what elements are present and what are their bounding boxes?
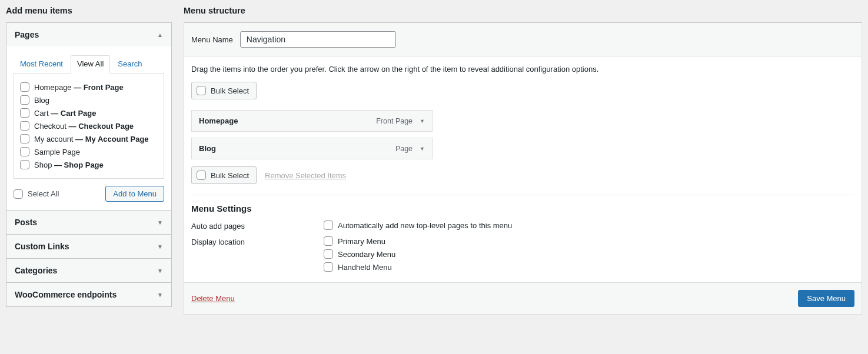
page-item-title: Shop	[34, 161, 52, 169]
separator	[191, 195, 854, 195]
list-item[interactable]: Sample Page	[20, 145, 158, 158]
menu-item-type: Front Page	[376, 117, 413, 125]
menu-item[interactable]: Homepage Front Page ▼	[191, 110, 433, 132]
bulk-select-bottom[interactable]: Bulk Select	[191, 166, 257, 184]
bulk-select-top[interactable]: Bulk Select	[191, 82, 257, 99]
menu-structure-panel: Menu Name Drag the items into the order …	[184, 22, 862, 315]
page-item-suffix: — Cart Page	[49, 109, 97, 118]
checkbox[interactable]	[324, 249, 333, 259]
accordion-head-posts[interactable]: Posts ▼	[6, 211, 171, 234]
checkbox[interactable]	[20, 108, 29, 118]
delete-menu-link[interactable]: Delete Menu	[191, 294, 235, 303]
menu-name-input[interactable]	[240, 31, 396, 48]
menu-item-title: Blog	[199, 144, 216, 153]
page-item-suffix: — Front Page	[72, 83, 124, 92]
tab-search[interactable]: Search	[111, 55, 148, 74]
list-item[interactable]: My account — My Account Page	[20, 132, 158, 145]
checkbox[interactable]	[324, 221, 333, 230]
chevron-up-icon: ▲	[157, 32, 163, 38]
location-option[interactable]: Handheld Menu	[324, 262, 395, 272]
location-option-label: Primary Menu	[338, 237, 385, 246]
checkbox[interactable]	[324, 262, 333, 272]
list-item[interactable]: Shop — Shop Page	[20, 158, 158, 171]
remove-selected-link: Remove Selected Items	[265, 171, 346, 180]
pages-list: Homepage — Front Page Blog Cart — Cart P…	[14, 74, 164, 179]
accordion-head-woocommerce-endpoints[interactable]: WooCommerce endpoints ▼	[6, 283, 171, 306]
chevron-down-icon: ▼	[157, 243, 163, 250]
checkbox[interactable]	[324, 236, 333, 246]
menu-body: Drag the items into the order you prefer…	[184, 56, 862, 282]
checkbox[interactable]	[20, 82, 29, 92]
chevron-down-icon: ▼	[157, 292, 163, 298]
display-location-label: Display location	[191, 236, 324, 246]
tab-most-recent[interactable]: Most Recent	[14, 55, 69, 74]
checkbox[interactable]	[20, 160, 29, 169]
location-option[interactable]: Primary Menu	[324, 236, 395, 246]
checkbox[interactable]	[197, 171, 206, 180]
page-item-title: Homepage	[34, 83, 72, 92]
auto-add-pages-label: Auto add pages	[191, 221, 324, 231]
page-item-suffix: — Shop Page	[52, 161, 103, 169]
accordion-body-pages: Most Recent View All Search Homepage — F…	[6, 46, 171, 210]
menu-items-list: Homepage Front Page ▼ Blog Page ▼	[191, 110, 433, 159]
accordion-title-posts: Posts	[15, 218, 37, 227]
accordion-title-woocommerce-endpoints: WooCommerce endpoints	[15, 290, 117, 299]
page-item-title: My account	[34, 135, 73, 143]
checkbox[interactable]	[197, 86, 206, 95]
list-item[interactable]: Blog	[20, 93, 158, 106]
accordion-panel-woocommerce-endpoints: WooCommerce endpoints ▼	[6, 282, 172, 307]
location-option-label: Handheld Menu	[338, 263, 392, 272]
checkbox[interactable]	[20, 147, 29, 156]
accordion-panel-posts: Posts ▼	[6, 210, 172, 235]
accordion-title-custom-links: Custom Links	[15, 242, 69, 251]
menu-item[interactable]: Blog Page ▼	[191, 138, 433, 159]
menu-item-title: Homepage	[199, 116, 238, 125]
chevron-down-icon[interactable]: ▼	[420, 146, 425, 152]
checkbox[interactable]	[20, 95, 29, 105]
list-item[interactable]: Cart — Cart Page	[20, 106, 158, 119]
menu-footer: Delete Menu Save Menu	[184, 282, 862, 314]
heading-add-menu-items: Add menu items	[6, 6, 172, 15]
save-menu-button[interactable]: Save Menu	[798, 290, 854, 307]
bulk-select-label: Bulk Select	[211, 86, 249, 95]
list-item[interactable]: Checkout — Checkout Page	[20, 119, 158, 132]
chevron-down-icon: ▼	[157, 268, 163, 274]
menu-header: Menu Name	[184, 23, 862, 56]
location-option[interactable]: Secondary Menu	[324, 249, 395, 259]
accordion-title-categories: Categories	[15, 266, 57, 275]
page-item-suffix: — My Account Page	[73, 135, 148, 143]
checkbox[interactable]	[14, 189, 23, 199]
checkbox[interactable]	[20, 134, 29, 143]
accordion-panel-categories: Categories ▼	[6, 258, 172, 283]
list-item[interactable]: Homepage — Front Page	[20, 81, 158, 93]
location-option-label: Secondary Menu	[338, 250, 395, 259]
accordion-head-pages[interactable]: Pages ▲	[6, 23, 171, 46]
menu-item-type: Page	[395, 145, 413, 153]
page-item-suffix: — Checkout Page	[66, 122, 134, 131]
menu-hint-text: Drag the items into the order you prefer…	[191, 65, 854, 74]
accordion-head-custom-links[interactable]: Custom Links ▼	[6, 235, 171, 258]
select-all-label: Select All	[28, 189, 59, 198]
heading-menu-settings: Menu Settings	[191, 203, 854, 213]
bulk-select-label: Bulk Select	[211, 171, 249, 180]
menu-name-label: Menu Name	[191, 35, 233, 44]
accordion-panel-pages: Pages ▲ Most Recent View All Search Home…	[6, 22, 172, 211]
chevron-down-icon: ▼	[157, 219, 163, 226]
accordion-title-pages: Pages	[15, 30, 39, 39]
chevron-down-icon[interactable]: ▼	[420, 118, 425, 124]
page-item-title: Cart	[34, 109, 49, 118]
page-item-title: Sample Page	[34, 148, 80, 156]
add-to-menu-button[interactable]: Add to Menu	[105, 186, 164, 202]
accordion-panel-custom-links: Custom Links ▼	[6, 234, 172, 259]
auto-add-pages-option[interactable]: Automatically add new top-level pages to…	[324, 221, 512, 230]
page-item-title: Checkout	[34, 122, 66, 131]
checkbox[interactable]	[20, 121, 29, 131]
page-item-title: Blog	[34, 96, 49, 105]
heading-menu-structure: Menu structure	[184, 6, 862, 15]
select-all[interactable]: Select All	[14, 189, 59, 199]
accordion-head-categories[interactable]: Categories ▼	[6, 259, 171, 282]
tab-view-all[interactable]: View All	[71, 55, 110, 74]
pages-tabs: Most Recent View All Search	[14, 55, 164, 74]
auto-add-pages-text: Automatically add new top-level pages to…	[338, 221, 512, 230]
